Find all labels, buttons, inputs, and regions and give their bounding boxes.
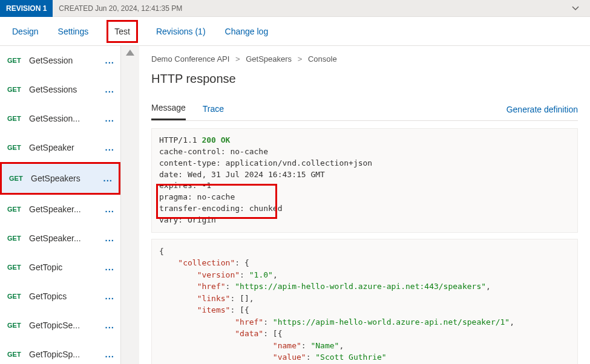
tab-test[interactable]: Test	[113, 23, 131, 40]
op-getspeakers[interactable]: GET GetSpeakers ...	[2, 164, 119, 193]
json-line: {	[159, 247, 164, 256]
http-header: date: Wed, 31 Jul 2024 16:43:15 GMT	[159, 169, 570, 181]
more-icon[interactable]: ...	[105, 262, 114, 272]
more-icon[interactable]: ...	[105, 142, 114, 152]
http-body-block: { "collection": { "version": "1.0", "hre…	[151, 239, 578, 364]
op-method: GET	[7, 264, 25, 271]
op-getsessions[interactable]: GET GetSessions ...	[0, 75, 120, 104]
http-header: expires: -1	[159, 180, 570, 192]
op-method: GET	[7, 144, 25, 151]
http-proto: HTTP/1.1	[159, 135, 202, 145]
op-name: GetSession	[29, 56, 102, 65]
more-icon[interactable]: ...	[105, 113, 114, 123]
more-icon[interactable]: ...	[105, 233, 114, 243]
op-getsession-trunc[interactable]: GET GetSession... ...	[0, 104, 120, 133]
revision-created-value: Jun 20, 2024, 12:41:35 PM	[95, 4, 182, 13]
http-header: transfer-encoding: chunked	[159, 203, 570, 215]
op-method: GET	[7, 206, 25, 213]
op-name: GetSession...	[29, 114, 102, 123]
op-name: GetTopic	[29, 262, 102, 272]
sub-tabs: Message Trace Generate definition	[151, 98, 578, 121]
bc-sep: >	[235, 54, 240, 63]
more-icon[interactable]: ...	[105, 55, 114, 65]
op-gettopic[interactable]: GET GetTopic ...	[0, 253, 120, 282]
op-gettopicse[interactable]: GET GetTopicSe... ...	[0, 311, 120, 340]
scroll-up-icon[interactable]	[126, 50, 134, 56]
bc-op[interactable]: GetSpeakers	[246, 54, 292, 63]
tab-design[interactable]: Design	[11, 23, 40, 40]
sidebar-scroll[interactable]	[121, 46, 139, 364]
op-name: GetTopics	[29, 291, 102, 301]
selected-highlight-box: GET GetSpeakers ...	[0, 162, 120, 195]
op-name: GetSpeakers	[31, 174, 100, 183]
op-getspeaker-trunc2[interactable]: GET GetSpeaker... ...	[0, 224, 120, 253]
more-icon[interactable]: ...	[105, 204, 114, 214]
http-header: vary: Origin	[159, 215, 570, 226]
op-getspeaker[interactable]: GET GetSpeaker ...	[0, 133, 120, 162]
op-name: GetTopicSp...	[29, 349, 102, 359]
revision-bar: REVISION 1 CREATED Jun 20, 2024, 12:41:3…	[0, 0, 590, 17]
revision-created: CREATED Jun 20, 2024, 12:41:35 PM	[59, 4, 182, 13]
main-panel: Demo Conference API > GetSpeakers > Cons…	[139, 46, 590, 364]
sub-tab-message[interactable]: Message	[151, 98, 186, 120]
op-getsession[interactable]: GET GetSession ...	[0, 46, 120, 75]
op-name: GetTopicSe...	[29, 320, 102, 330]
op-name: GetSessions	[29, 85, 102, 94]
revision-created-label: CREATED	[59, 4, 93, 13]
chevron-down-icon[interactable]	[572, 4, 579, 13]
http-status: 200 OK	[202, 135, 230, 145]
op-method: GET	[7, 322, 25, 329]
op-method: GET	[7, 115, 25, 122]
revision-badge: REVISION 1	[0, 0, 53, 17]
http-header: pragma: no-cache	[159, 192, 570, 203]
generate-definition-link[interactable]: Generate definition	[506, 105, 578, 114]
op-method: GET	[7, 86, 25, 93]
op-getspeaker-trunc1[interactable]: GET GetSpeaker... ...	[0, 195, 120, 224]
tab-revisions[interactable]: Revisions (1)	[155, 23, 207, 40]
op-method: GET	[7, 57, 25, 64]
http-header: content-type: application/vnd.collection…	[159, 158, 570, 169]
bc-api[interactable]: Demo Conference API	[151, 54, 229, 63]
op-gettopics[interactable]: GET GetTopics ...	[0, 282, 120, 311]
breadcrumb: Demo Conference API > GetSpeakers > Cons…	[151, 54, 578, 63]
sub-tab-trace[interactable]: Trace	[203, 99, 224, 120]
more-icon[interactable]: ...	[105, 349, 114, 359]
more-icon[interactable]: ...	[103, 173, 113, 183]
op-method: GET	[7, 293, 25, 300]
more-icon[interactable]: ...	[105, 320, 114, 330]
page-title: HTTP response	[151, 72, 578, 86]
op-method: GET	[7, 351, 25, 358]
op-gettopicsp[interactable]: GET GetTopicSp... ...	[0, 340, 120, 364]
tabs-row: Design Settings Test Revisions (1) Chang…	[0, 17, 590, 46]
bc-page: Console	[308, 54, 337, 63]
tab-settings[interactable]: Settings	[57, 23, 90, 40]
more-icon[interactable]: ...	[105, 84, 114, 94]
operations-sidebar: GET GetSession ... GET GetSessions ... G…	[0, 46, 121, 364]
op-method: GET	[7, 235, 25, 242]
op-name: GetSpeaker	[29, 143, 102, 152]
op-method: GET	[9, 175, 27, 182]
more-icon[interactable]: ...	[105, 291, 114, 301]
tab-changelog[interactable]: Change log	[224, 23, 270, 40]
op-name: GetSpeaker...	[29, 204, 102, 214]
bc-sep: >	[298, 54, 303, 63]
test-highlight-box: Test	[107, 20, 138, 43]
http-headers-block: HTTP/1.1 200 OK cache-control: no-cache …	[151, 128, 578, 233]
http-header: cache-control: no-cache	[159, 146, 570, 158]
op-name: GetSpeaker...	[29, 233, 102, 243]
